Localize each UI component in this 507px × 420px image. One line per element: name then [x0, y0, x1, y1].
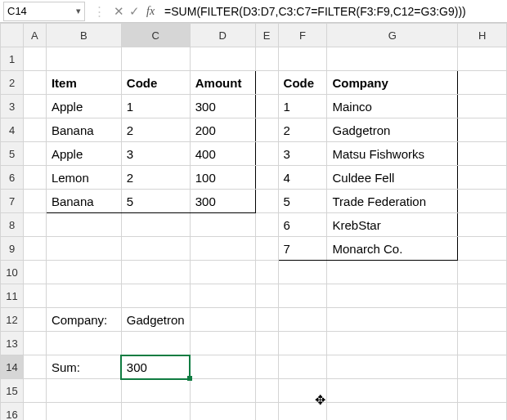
- cell[interactable]: [121, 332, 190, 355]
- cell[interactable]: Banana: [46, 190, 121, 213]
- cell[interactable]: [46, 261, 121, 284]
- cell[interactable]: [121, 284, 190, 308]
- cell[interactable]: Code: [278, 71, 327, 95]
- cell[interactable]: [23, 332, 46, 355]
- cell[interactable]: 2: [121, 166, 190, 190]
- cell[interactable]: [23, 118, 46, 142]
- cell[interactable]: Item: [46, 71, 121, 95]
- cell[interactable]: [255, 166, 278, 190]
- cell[interactable]: [23, 261, 46, 284]
- row-header[interactable]: 13: [1, 332, 24, 355]
- row-header[interactable]: 15: [1, 379, 24, 403]
- cell[interactable]: [327, 261, 458, 284]
- accept-icon[interactable]: ✓: [129, 4, 140, 19]
- cell[interactable]: [255, 379, 278, 403]
- cell[interactable]: 4: [278, 166, 327, 190]
- col-header-A[interactable]: A: [23, 24, 46, 47]
- cell[interactable]: [458, 166, 507, 190]
- col-header-G[interactable]: G: [327, 24, 458, 47]
- cell[interactable]: 200: [190, 118, 255, 142]
- cell[interactable]: [327, 284, 458, 308]
- cell[interactable]: [458, 379, 507, 403]
- cell[interactable]: Sum:: [46, 355, 121, 379]
- cell[interactable]: [327, 403, 458, 421]
- cell[interactable]: [458, 284, 507, 308]
- cell[interactable]: [46, 213, 121, 237]
- cell[interactable]: Company:: [46, 308, 121, 332]
- cell[interactable]: Apple: [46, 142, 121, 166]
- cell[interactable]: [327, 355, 458, 379]
- cell[interactable]: [23, 95, 46, 118]
- cell[interactable]: [190, 308, 255, 332]
- cell[interactable]: [23, 308, 46, 332]
- row-header[interactable]: 5: [1, 142, 24, 166]
- cell[interactable]: [121, 213, 190, 237]
- cell[interactable]: [255, 308, 278, 332]
- cell[interactable]: [255, 118, 278, 142]
- cell[interactable]: Gadgetron: [121, 308, 190, 332]
- cell[interactable]: [121, 261, 190, 284]
- cell[interactable]: 6: [278, 213, 327, 237]
- cell[interactable]: [190, 237, 255, 261]
- cell[interactable]: Monarch Co.: [327, 237, 458, 261]
- cell[interactable]: [190, 379, 255, 403]
- col-header-D[interactable]: D: [190, 24, 255, 47]
- row-header[interactable]: 6: [1, 166, 24, 190]
- cell[interactable]: [458, 403, 507, 421]
- col-header-C[interactable]: C: [121, 24, 190, 47]
- cell[interactable]: [458, 261, 507, 284]
- row-header[interactable]: 14: [1, 355, 24, 379]
- cell[interactable]: [23, 190, 46, 213]
- row-header[interactable]: 1: [1, 47, 24, 71]
- cell[interactable]: [458, 190, 507, 213]
- cell[interactable]: [23, 166, 46, 190]
- cancel-icon[interactable]: ✕: [114, 4, 124, 19]
- cell[interactable]: [255, 237, 278, 261]
- cell[interactable]: [190, 355, 255, 379]
- cell[interactable]: [255, 284, 278, 308]
- cell[interactable]: [23, 284, 46, 308]
- cell[interactable]: [46, 284, 121, 308]
- cell[interactable]: [458, 142, 507, 166]
- row-header[interactable]: 12: [1, 308, 24, 332]
- cell[interactable]: [255, 213, 278, 237]
- cell[interactable]: [46, 237, 121, 261]
- cell[interactable]: [255, 190, 278, 213]
- cell[interactable]: Lemon: [46, 166, 121, 190]
- cell[interactable]: [458, 213, 507, 237]
- cell[interactable]: [327, 47, 458, 71]
- row-header[interactable]: 10: [1, 261, 24, 284]
- cell[interactable]: [278, 308, 327, 332]
- row-header[interactable]: 9: [1, 237, 24, 261]
- row-header[interactable]: 11: [1, 284, 24, 308]
- row-header[interactable]: 4: [1, 118, 24, 142]
- cell[interactable]: [121, 379, 190, 403]
- cell[interactable]: Mainco: [327, 95, 458, 118]
- col-header-H[interactable]: H: [458, 24, 507, 47]
- cell[interactable]: Culdee Fell: [327, 166, 458, 190]
- cell[interactable]: Apple: [46, 95, 121, 118]
- cell[interactable]: [190, 47, 255, 71]
- cell[interactable]: [458, 118, 507, 142]
- cell[interactable]: 3: [121, 142, 190, 166]
- cell[interactable]: [327, 308, 458, 332]
- cell[interactable]: [278, 261, 327, 284]
- name-box[interactable]: C14 ▾: [3, 2, 85, 21]
- cell[interactable]: Code: [121, 71, 190, 95]
- cell[interactable]: [23, 237, 46, 261]
- cell[interactable]: 3: [278, 142, 327, 166]
- select-all-corner[interactable]: [1, 24, 24, 47]
- row-header[interactable]: 8: [1, 213, 24, 237]
- cell[interactable]: [458, 47, 507, 71]
- cell[interactable]: [458, 355, 507, 379]
- selected-cell[interactable]: 300: [121, 355, 190, 379]
- formula-input[interactable]: [159, 4, 507, 19]
- cell[interactable]: 100: [190, 166, 255, 190]
- cell[interactable]: [121, 403, 190, 421]
- cell[interactable]: Gadgetron: [327, 118, 458, 142]
- cell[interactable]: [278, 332, 327, 355]
- col-header-E[interactable]: E: [255, 24, 278, 47]
- cell[interactable]: [46, 47, 121, 71]
- cell[interactable]: Matsu Fishworks: [327, 142, 458, 166]
- cell[interactable]: 7: [278, 237, 327, 261]
